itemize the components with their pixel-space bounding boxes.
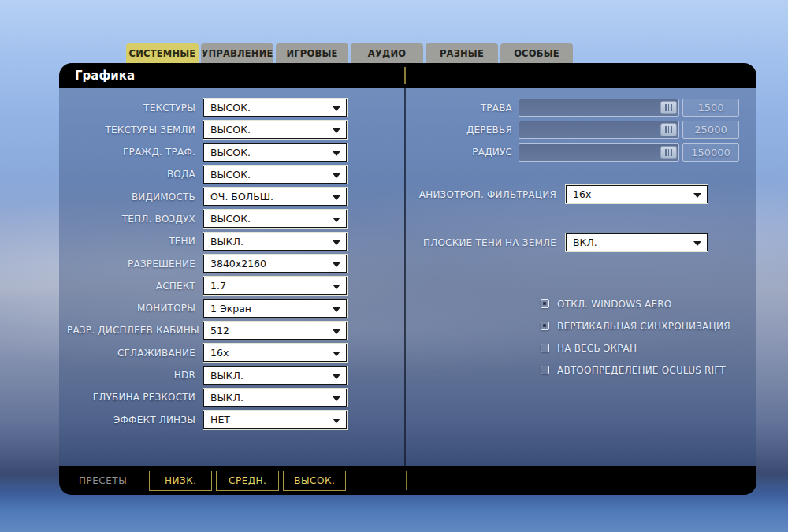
chevron-down-icon — [333, 151, 340, 156]
dropdown-value: ВЫСОК. — [210, 124, 251, 136]
checkbox-vsync[interactable]: ВЕРТИКАЛЬНАЯ СИНХРОНИЗАЦИЯ — [541, 321, 730, 331]
depth-of-field-dropdown[interactable]: ВЫКЛ. — [203, 389, 347, 407]
civ-traffic-dropdown[interactable]: ВЫСОК. — [203, 143, 347, 162]
flat-shadows-dropdown[interactable]: ВКЛ. — [566, 233, 708, 251]
chevron-down-icon — [333, 173, 340, 178]
checkbox-label: НА ВЕСЬ ЭКРАН — [557, 343, 637, 354]
setting-row-antialiasing: СГЛАЖИВАНИЕ 16x — [67, 344, 347, 362]
aspect-dropdown[interactable]: 1.7 — [203, 277, 347, 295]
preset-medium-button[interactable]: СРЕДН. — [216, 471, 279, 491]
flat-shadows-row: ПЛОСКИЕ ТЕНИ НА ЗЕМЛЕ ВКЛ. — [410, 233, 708, 251]
setting-label: HDR — [67, 370, 195, 381]
tab-system[interactable]: СИСТЕМНЫЕ — [126, 43, 199, 63]
setting-row-heat-blur: ТЕПЛ. ВОЗДУХ ВЫСОК. — [67, 210, 347, 228]
header-divider — [404, 67, 406, 84]
checkbox-icon — [541, 366, 549, 374]
presets-label: ПРЕСЕТЫ — [79, 475, 127, 486]
slider-handle-icon[interactable] — [660, 101, 677, 114]
dropdown-value: 512 — [210, 325, 229, 337]
dropdown-value: 16x — [210, 347, 229, 359]
dropdown-value: 1.7 — [210, 280, 226, 292]
chevron-down-icon — [333, 329, 340, 334]
slider-label: РАДИУС — [426, 147, 512, 158]
visibility-dropdown[interactable]: ОЧ. БОЛЬШ. — [203, 188, 347, 206]
heat-blur-dropdown[interactable]: ВЫСОК. — [203, 210, 347, 228]
tab-misc[interactable]: РАЗНЫЕ — [426, 43, 498, 63]
footer-divider — [406, 471, 407, 490]
chevron-down-icon — [333, 352, 340, 356]
checkbox-label: АВТООПРЕДЕЛЕНИЕ OCULUS RIFT — [557, 365, 726, 376]
dropdown-value: ВКЛ. — [573, 236, 597, 248]
setting-label: РАЗР. ДИСПЛЕЕВ КАБИНЫ — [67, 325, 195, 336]
system-checkbox-group: ОТКЛ. WINDOWS AERO ВЕРТИКАЛЬНАЯ СИНХРОНИ… — [541, 299, 730, 387]
grass-slider[interactable] — [519, 99, 679, 117]
resolution-dropdown[interactable]: 3840x2160 — [203, 255, 347, 273]
chevron-down-icon — [333, 195, 340, 200]
grass-value-field[interactable]: 1500 — [682, 99, 739, 117]
flat-shadows-label: ПЛОСКИЕ ТЕНИ НА ЗЕМЛЕ — [410, 237, 556, 248]
checkbox-icon — [541, 344, 549, 352]
setting-row-resolution: РАЗРЕШЕНИЕ 3840x2160 — [67, 255, 347, 273]
slider-label: ДЕРЕВЬЯ — [426, 125, 512, 136]
slider-handle-icon[interactable] — [660, 123, 677, 136]
tab-gameplay[interactable]: ИГРОВЫЕ — [276, 43, 348, 63]
setting-row-water: ВОДА ВЫСОК. — [67, 166, 347, 184]
preset-low-button[interactable]: НИЗК. — [149, 471, 212, 491]
monitors-dropdown[interactable]: 1 Экран — [203, 299, 347, 318]
setting-row-aspect: АСПЕКТ 1.7 — [67, 277, 347, 295]
dropdown-value: НЕТ — [210, 414, 230, 426]
chevron-down-icon — [333, 218, 340, 222]
chevron-down-icon — [333, 240, 340, 245]
chevron-down-icon — [693, 193, 701, 198]
setting-row-hdr: HDR ВЫКЛ. — [67, 366, 347, 385]
setting-label: ТЕКСТУРЫ ЗЕМЛИ — [67, 125, 195, 136]
chevron-down-icon — [333, 419, 340, 423]
setting-row-monitors: МОНИТОРЫ 1 Экран — [67, 299, 347, 318]
slider-handle-icon[interactable] — [660, 146, 677, 159]
water-dropdown[interactable]: ВЫСОК. — [203, 166, 347, 184]
tab-controls[interactable]: УПРАВЛЕНИЕ — [201, 43, 273, 63]
hdr-dropdown[interactable]: ВЫКЛ. — [203, 366, 347, 385]
shadows-dropdown[interactable]: ВЫКЛ. — [203, 233, 347, 251]
setting-label: ГЛУБИНА РЕЗКОСТИ — [67, 392, 195, 403]
radius-value-field[interactable]: 150000 — [682, 143, 739, 162]
presets-bar: ПРЕСЕТЫ НИЗК. СРЕДН. ВЫСОК. — [59, 466, 756, 495]
aniso-filtering-row: АНИЗОТРОП. ФИЛЬТРАЦИЯ 16x — [410, 185, 708, 203]
cockpit-displays-dropdown[interactable]: 512 — [203, 322, 347, 340]
setting-label: ТЕКСТУРЫ — [67, 102, 195, 113]
checkbox-disable-aero[interactable]: ОТКЛ. WINDOWS AERO — [541, 299, 730, 309]
tab-special[interactable]: ОСОБЫЕ — [500, 43, 573, 63]
chevron-down-icon — [333, 374, 340, 379]
options-tab-bar: СИСТЕМНЫЕ УПРАВЛЕНИЕ ИГРОВЫЕ АУДИО РАЗНЫ… — [126, 43, 573, 63]
tab-audio[interactable]: АУДИО — [351, 43, 423, 63]
checkbox-icon — [541, 299, 549, 308]
dropdown-value: 3840x2160 — [210, 258, 266, 270]
trees-value-field[interactable]: 25000 — [682, 121, 739, 139]
lens-effect-dropdown[interactable]: НЕТ — [203, 411, 347, 429]
terrain-textures-dropdown[interactable]: ВЫСОК. — [203, 121, 347, 139]
dropdown-value: ВЫСОК. — [210, 102, 251, 113]
setting-row-depth-of-field: ГЛУБИНА РЕЗКОСТИ ВЫКЛ. — [67, 389, 347, 407]
setting-row-shadows: ТЕНИ ВЫКЛ. — [67, 233, 347, 251]
checkbox-oculus-rift[interactable]: АВТООПРЕДЕЛЕНИЕ OCULUS RIFT — [541, 365, 730, 375]
slider-row-trees: ДЕРЕВЬЯ 25000 — [426, 121, 739, 139]
slider-row-radius: РАДИУС 150000 — [426, 143, 739, 162]
textures-dropdown[interactable]: ВЫСОК. — [203, 99, 347, 117]
setting-label: ТЕНИ — [67, 236, 195, 247]
checkbox-fullscreen[interactable]: НА ВЕСЬ ЭКРАН — [541, 343, 730, 353]
antialiasing-dropdown[interactable]: 16x — [203, 344, 347, 362]
aniso-label: АНИЗОТРОП. ФИЛЬТРАЦИЯ — [410, 189, 556, 200]
setting-label: РАЗРЕШЕНИЕ — [67, 259, 195, 270]
graphics-settings-list: ТЕКСТУРЫ ВЫСОК. ТЕКСТУРЫ ЗЕМЛИ ВЫСОК. ГР… — [67, 99, 347, 429]
chevron-down-icon — [333, 307, 340, 312]
chevron-down-icon — [333, 106, 340, 111]
dropdown-value: ОЧ. БОЛЬШ. — [210, 191, 273, 203]
dropdown-value: 1 Экран — [210, 303, 251, 314]
dropdown-value: ВЫКЛ. — [210, 370, 243, 381]
trees-slider[interactable] — [519, 121, 679, 139]
setting-label: ГРАЖД. ТРАФ. — [67, 147, 195, 158]
scenery-sliders: ТРАВА 1500 ДЕРЕВЬЯ 25000 РАДИУС 150000 — [426, 99, 739, 162]
radius-slider[interactable] — [519, 143, 679, 162]
aniso-dropdown[interactable]: 16x — [566, 185, 708, 203]
preset-high-button[interactable]: ВЫСОК. — [283, 471, 346, 491]
